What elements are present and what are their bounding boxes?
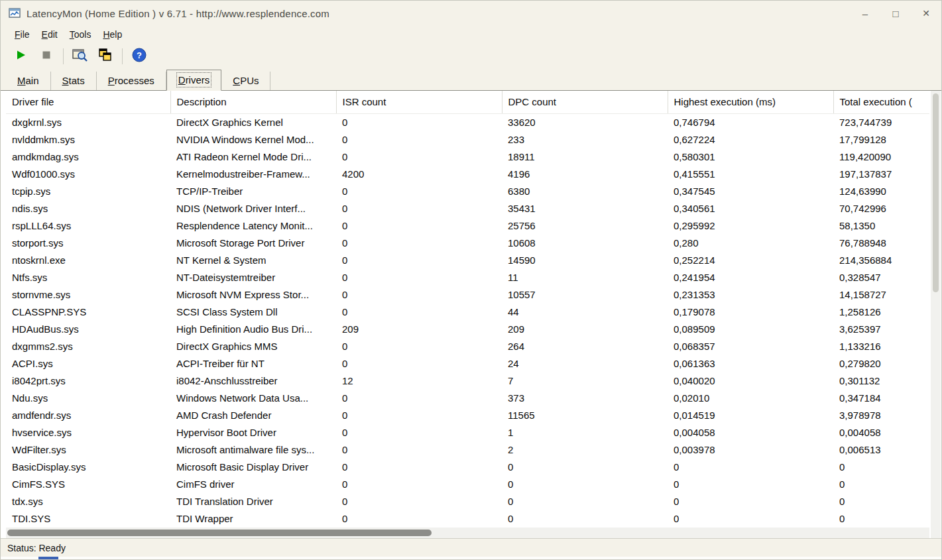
table-row[interactable]: ACPI.sys ACPI-Treiber für NT 0 24 0,0613… <box>6 355 929 372</box>
cell-isr-count: 0 <box>336 355 502 372</box>
close-button[interactable]: ✕ <box>911 1 941 26</box>
cell-highest-execution: 0,068357 <box>668 337 833 355</box>
cell-total-execution: 3,625397 <box>833 320 929 337</box>
help-button[interactable]: ? <box>128 46 150 66</box>
column-header-total-execution[interactable]: Total execution ( <box>833 91 929 113</box>
cell-total-execution: 0,301132 <box>833 372 929 389</box>
cell-total-execution: 197,137837 <box>833 165 929 182</box>
tab-main[interactable]: Main <box>6 72 51 90</box>
column-header-dpc-count[interactable]: DPC count <box>502 91 668 113</box>
cell-dpc-count: 264 <box>502 337 668 355</box>
table-row[interactable]: tcpip.sys TCP/IP-Treiber 0 6380 0,347545… <box>6 182 929 199</box>
cell-description: Microsoft NVM Express Stor... <box>170 286 336 303</box>
menu-item-help[interactable]: Help <box>97 28 128 41</box>
table-row[interactable]: CLASSPNP.SYS SCSI Class System Dll 0 44 … <box>6 303 929 320</box>
cell-isr-count: 0 <box>336 389 502 406</box>
vertical-scrollbar-thumb[interactable] <box>933 93 939 292</box>
cell-total-execution: 14,158727 <box>833 286 929 303</box>
cell-isr-count: 0 <box>336 458 502 475</box>
cell-total-execution: 3,978978 <box>833 406 929 423</box>
cell-driver-file: dxgmms2.sys <box>6 337 170 355</box>
table-row[interactable]: Wdf01000.sys Kernelmodustreiber-Framew..… <box>6 165 929 182</box>
analyze-button[interactable] <box>69 46 91 66</box>
horizontal-scrollbar[interactable] <box>6 528 929 538</box>
cell-description: DirectX Graphics Kernel <box>170 113 336 131</box>
vertical-scrollbar[interactable] <box>931 91 941 538</box>
column-header-highest-execution[interactable]: Highest execution (ms) <box>668 91 833 113</box>
table-row[interactable]: rspLLL64.sys Resplendence Latency Monit.… <box>6 217 929 234</box>
table-row[interactable]: i8042prt.sys i8042-Anschlusstreiber 12 7… <box>6 372 929 389</box>
drivers-table-wrap: Driver file Description ISR count DPC co… <box>6 91 929 538</box>
cell-total-execution: 0 <box>833 458 929 475</box>
cell-dpc-count: 33620 <box>502 113 668 131</box>
table-row[interactable]: dxgkrnl.sys DirectX Graphics Kernel 0 33… <box>6 113 929 131</box>
cell-highest-execution: 0,241954 <box>668 268 833 286</box>
app-icon <box>9 7 21 19</box>
horizontal-scrollbar-thumb[interactable] <box>7 530 432 536</box>
cell-isr-count: 0 <box>336 131 502 148</box>
cell-highest-execution: 0,746794 <box>668 113 833 131</box>
tab-drivers[interactable]: Drivers <box>166 70 222 91</box>
table-row[interactable]: hvservice.sys Hypervisor Boot Driver 0 1… <box>6 423 929 441</box>
layered-windows-icon <box>98 48 113 65</box>
cell-description: NT-Dateisystemtreiber <box>170 268 336 286</box>
maximize-button[interactable]: □ <box>880 1 911 26</box>
cell-highest-execution: 0,252214 <box>668 251 833 268</box>
cell-highest-execution: 0,089509 <box>668 320 833 337</box>
table-row[interactable]: TDI.SYS TDI Wrapper 0 0 0 0 <box>6 510 929 527</box>
column-header-isr-count[interactable]: ISR count <box>336 91 502 113</box>
cell-dpc-count: 35431 <box>502 199 668 217</box>
table-row[interactable]: WdFilter.sys Microsoft antimalware file … <box>6 441 929 458</box>
cell-driver-file: Ndu.sys <box>6 389 170 406</box>
cell-driver-file: BasicDisplay.sys <box>6 458 170 475</box>
table-row[interactable]: storport.sys Microsoft Storage Port Driv… <box>6 234 929 251</box>
cell-isr-count: 0 <box>336 182 502 199</box>
cell-isr-count: 0 <box>336 337 502 355</box>
cell-dpc-count: 10557 <box>502 286 668 303</box>
menu-item-tools[interactable]: Tools <box>64 28 97 41</box>
cell-highest-execution: 0,340561 <box>668 199 833 217</box>
cell-isr-count: 209 <box>336 320 502 337</box>
cell-description: DirectX Graphics MMS <box>170 337 336 355</box>
tab-cpus[interactable]: CPUs <box>221 72 270 90</box>
cell-driver-file: tdx.sys <box>6 492 170 510</box>
cell-description: Kernelmodustreiber-Framew... <box>170 165 336 182</box>
column-header-description[interactable]: Description <box>170 91 336 113</box>
cell-driver-file: stornvme.sys <box>6 286 170 303</box>
cell-driver-file: CLASSPNP.SYS <box>6 303 170 320</box>
cell-dpc-count: 1 <box>502 423 668 441</box>
table-row[interactable]: amdkmdag.sys ATI Radeon Kernel Mode Dri.… <box>6 148 929 165</box>
stack-windows-button[interactable] <box>94 46 117 66</box>
table-row[interactable]: nvlddmkm.sys NVIDIA Windows Kernel Mod..… <box>6 131 929 148</box>
stop-monitor-button[interactable] <box>35 46 58 66</box>
cell-total-execution: 214,356884 <box>833 251 929 268</box>
table-row[interactable]: CimFS.SYS CimFS driver 0 0 0 0 <box>6 475 929 492</box>
tab-processes[interactable]: Processes <box>97 72 166 90</box>
table-row[interactable]: dxgmms2.sys DirectX Graphics MMS 0 264 0… <box>6 337 929 355</box>
cell-isr-count: 4200 <box>336 165 502 182</box>
table-row[interactable]: tdx.sys TDI Translation Driver 0 0 0 0 <box>6 492 929 510</box>
table-row[interactable]: ntoskrnl.exe NT Kernel & System 0 14590 … <box>6 251 929 268</box>
menu-item-edit[interactable]: Edit <box>36 28 64 41</box>
table-row[interactable]: BasicDisplay.sys Microsoft Basic Display… <box>6 458 929 475</box>
menu-item-file[interactable]: File <box>9 28 36 41</box>
cell-isr-count: 0 <box>336 492 502 510</box>
tab-strip: Main Stats Processes Drivers CPUs <box>1 70 941 91</box>
cell-isr-count: 0 <box>336 113 502 131</box>
table-row[interactable]: stornvme.sys Microsoft NVM Express Stor.… <box>6 286 929 303</box>
table-row[interactable]: Ntfs.sys NT-Dateisystemtreiber 0 11 0,24… <box>6 268 929 286</box>
table-row[interactable]: amdfendr.sys AMD Crash Defender 0 11565 … <box>6 406 929 423</box>
table-row[interactable]: Ndu.sys Windows Network Data Usa... 0 37… <box>6 389 929 406</box>
column-header-driver-file[interactable]: Driver file <box>6 91 170 113</box>
cell-isr-count: 0 <box>336 148 502 165</box>
cell-isr-count: 0 <box>336 286 502 303</box>
cell-driver-file: Ntfs.sys <box>6 268 170 286</box>
table-row[interactable]: HDAudBus.sys High Definition Audio Bus D… <box>6 320 929 337</box>
minimize-button[interactable]: – <box>850 1 880 26</box>
table-row[interactable]: ndis.sys NDIS (Network Driver Interf... … <box>6 199 929 217</box>
start-monitor-button[interactable] <box>10 46 32 66</box>
cell-description: High Definition Audio Bus Dri... <box>170 320 336 337</box>
cell-highest-execution: 0,040020 <box>668 372 833 389</box>
tab-stats[interactable]: Stats <box>51 72 97 90</box>
cell-dpc-count: 25756 <box>502 217 668 234</box>
